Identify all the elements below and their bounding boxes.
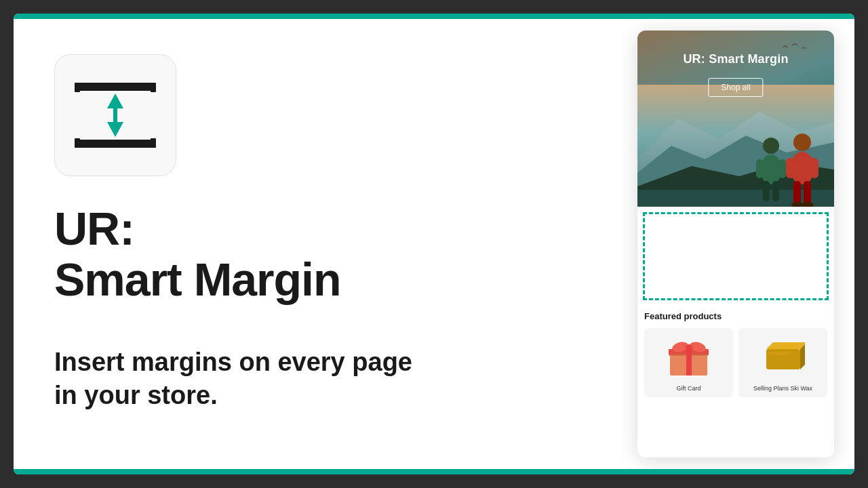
svg-rect-19 <box>772 181 779 201</box>
featured-products-title: Featured products <box>644 311 827 321</box>
svg-rect-38 <box>769 352 789 355</box>
wax-block-icon <box>761 339 805 376</box>
svg-rect-24 <box>793 181 801 205</box>
hero-figures <box>743 125 831 207</box>
svg-point-20 <box>793 134 811 151</box>
app-icon-container <box>54 54 176 176</box>
shop-all-button[interactable]: Shop all <box>708 78 763 97</box>
svg-rect-2 <box>151 83 156 92</box>
svg-rect-4 <box>75 138 80 148</box>
svg-rect-18 <box>763 181 770 201</box>
dashed-margin-area <box>643 212 829 300</box>
svg-point-27 <box>802 202 814 207</box>
product-image-gift <box>665 333 713 381</box>
svg-rect-16 <box>756 159 763 178</box>
gift-box-icon <box>667 337 711 378</box>
featured-section: Featured products <box>637 306 834 458</box>
product-card-gift: Gift Card <box>644 328 733 397</box>
title-line2: Smart Margin <box>54 253 341 305</box>
svg-rect-3 <box>75 140 156 148</box>
hero-title: UR: Smart Margin <box>637 52 834 66</box>
product-image-wax <box>760 333 807 381</box>
svg-marker-36 <box>766 342 805 349</box>
svg-rect-25 <box>804 181 811 205</box>
left-panel: UR: Smart Margin Insert margins on every… <box>14 14 624 474</box>
product-label-gift: Gift Card <box>676 385 701 392</box>
svg-rect-17 <box>779 159 786 178</box>
svg-marker-7 <box>107 122 123 137</box>
svg-marker-6 <box>107 94 123 108</box>
app-title: UR: Smart Margin <box>54 203 590 305</box>
main-frame: UR: Smart Margin Insert margins on every… <box>14 14 854 474</box>
subtitle-text: Insert margins on every pagein your stor… <box>54 346 590 413</box>
svg-rect-0 <box>75 83 156 91</box>
hero-section: UR: Smart Margin Shop all <box>637 30 834 207</box>
phone-mockup: UR: Smart Margin Shop all Featured produ… <box>637 30 834 458</box>
app-icon <box>68 75 163 156</box>
products-grid: Gift Card <box>644 328 827 397</box>
svg-rect-8 <box>113 107 117 123</box>
product-label-wax: Selling Plans Ski Wax <box>753 385 812 392</box>
svg-point-15 <box>760 155 782 184</box>
svg-rect-23 <box>810 158 818 178</box>
title-block: UR: Smart Margin <box>54 203 590 305</box>
svg-point-34 <box>686 344 692 351</box>
svg-rect-5 <box>151 138 156 148</box>
right-panel: UR: Smart Margin Shop all Featured produ… <box>624 14 854 474</box>
title-line1: UR: <box>54 203 134 254</box>
product-card-wax: Selling Plans Ski Wax <box>738 328 827 397</box>
svg-point-14 <box>763 138 779 154</box>
svg-rect-22 <box>786 158 794 178</box>
svg-rect-1 <box>75 83 80 92</box>
